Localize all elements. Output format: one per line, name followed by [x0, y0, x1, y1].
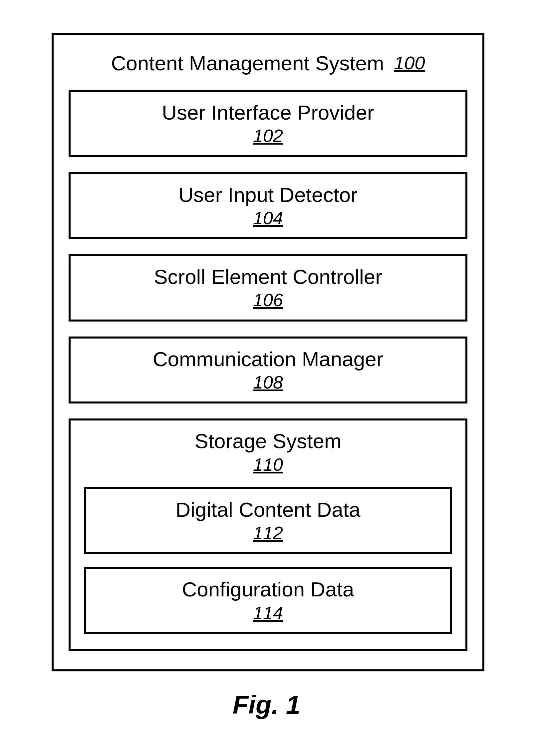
component-storage-system: Storage System 110 Digital Content Data …: [69, 418, 467, 651]
component-label: User Interface Provider: [77, 101, 459, 124]
component-communication-manager: Communication Manager 108: [69, 337, 467, 404]
component-ref: 106: [77, 290, 459, 310]
component-digital-content-data: Digital Content Data 112: [84, 487, 452, 554]
component-user-interface-provider: User Interface Provider 102: [69, 90, 467, 157]
component-label: Communication Manager: [77, 348, 459, 371]
component-scroll-element-controller: Scroll Element Controller 106: [69, 254, 467, 322]
component-ref: 108: [77, 373, 459, 392]
component-configuration-data: Configuration Data 114: [84, 567, 452, 634]
component-ref: 102: [77, 126, 459, 146]
component-label: Scroll Element Controller: [77, 266, 459, 288]
figure-caption: Fig. 1: [0, 690, 533, 720]
component-label: Digital Content Data: [93, 498, 443, 521]
diagram-title-row: Content Management System 100: [69, 51, 467, 75]
component-ref: 112: [93, 523, 443, 543]
content-management-system-box: Content Management System 100 User Inter…: [52, 33, 484, 671]
component-label: User Input Detector: [77, 184, 459, 206]
component-label: Configuration Data: [93, 578, 443, 601]
diagram-title-ref: 100: [394, 52, 425, 73]
component-ref: 104: [77, 208, 459, 228]
diagram-title: Content Management System: [111, 52, 384, 75]
component-user-input-detector: User Input Detector 104: [69, 172, 467, 240]
component-ref: 110: [84, 455, 452, 474]
component-label: Storage System: [84, 430, 452, 452]
diagram-page: Content Management System 100 User Inter…: [0, 0, 533, 756]
component-ref: 114: [93, 603, 443, 623]
